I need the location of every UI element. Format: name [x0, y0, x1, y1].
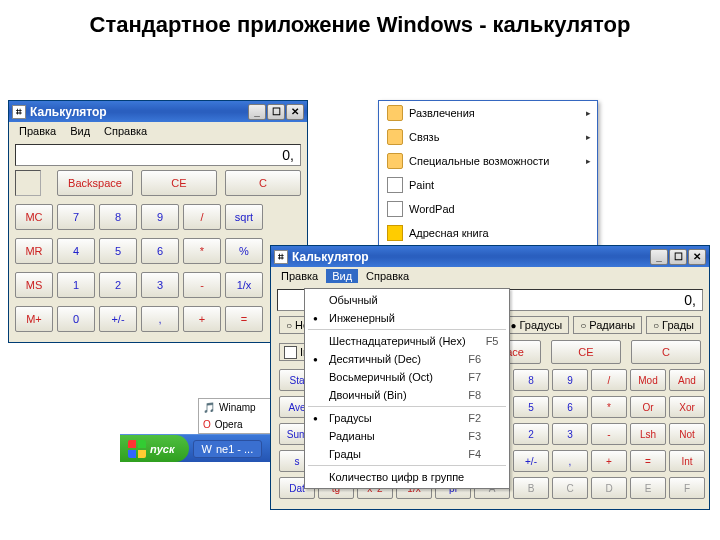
digit-8-button[interactable]: 8: [99, 204, 137, 230]
acc-item-paint[interactable]: Paint: [379, 173, 597, 197]
multiply-button[interactable]: *: [183, 238, 221, 264]
maximize-button[interactable]: ☐: [267, 104, 285, 120]
view-menu-item[interactable]: Количество цифр в группе: [305, 468, 509, 486]
eng--button[interactable]: *: [591, 396, 627, 418]
eng-c-button[interactable]: C: [552, 477, 588, 499]
eng-or-button[interactable]: Or: [630, 396, 666, 418]
equals-button[interactable]: =: [225, 306, 263, 332]
minus-button[interactable]: -: [183, 272, 221, 298]
ce-button[interactable]: CE: [551, 340, 621, 364]
window-title: Калькулятор: [30, 105, 247, 119]
ce-button[interactable]: CE: [141, 170, 217, 196]
acc-item-communications[interactable]: Связь▸: [379, 125, 597, 149]
acc-item-addressbook[interactable]: Адресная книга: [379, 221, 597, 245]
digit-3-button[interactable]: 3: [141, 272, 179, 298]
digit-2-button[interactable]: 2: [99, 272, 137, 298]
eng-8-button[interactable]: 8: [513, 369, 549, 391]
eng--button[interactable]: +/-: [513, 450, 549, 472]
acc-item-label: Развлечения: [409, 107, 475, 119]
eng--button[interactable]: /: [591, 369, 627, 391]
eng-d-button[interactable]: D: [591, 477, 627, 499]
digit-9-button[interactable]: 9: [141, 204, 179, 230]
menu-view[interactable]: Вид: [64, 124, 96, 138]
titlebar[interactable]: ⌗ Калькулятор _ ☐ ✕: [271, 246, 709, 267]
close-button[interactable]: ✕: [688, 249, 706, 265]
sqrt-button[interactable]: sqrt: [225, 204, 263, 230]
c-button[interactable]: C: [631, 340, 701, 364]
view-menu-item[interactable]: ГрадыF4: [305, 445, 509, 463]
calc-display: 0,: [15, 144, 301, 166]
minimize-button[interactable]: _: [248, 104, 266, 120]
radio-radians[interactable]: Радианы: [573, 316, 642, 334]
acc-item-wordpad[interactable]: WordPad: [379, 197, 597, 221]
maximize-button[interactable]: ☐: [669, 249, 687, 265]
eng-e-button[interactable]: E: [630, 477, 666, 499]
mr-button[interactable]: MR: [15, 238, 53, 264]
eng-int-button[interactable]: Int: [669, 450, 705, 472]
menu-view[interactable]: Вид: [326, 269, 358, 283]
view-menu-item[interactable]: Шестнадцатеричный (Hex)F5: [305, 332, 509, 350]
menu-help[interactable]: Справка: [98, 124, 153, 138]
digit-7-button[interactable]: 7: [57, 204, 95, 230]
reciprocal-button[interactable]: 1/x: [225, 272, 263, 298]
plus-button[interactable]: +: [183, 306, 221, 332]
quick-opera[interactable]: OOpera: [199, 416, 277, 433]
radio-grads[interactable]: Грады: [646, 316, 701, 334]
taskbar-item[interactable]: Wne1 - ...: [193, 440, 263, 458]
eng-6-button[interactable]: 6: [552, 396, 588, 418]
ms-button[interactable]: MS: [15, 272, 53, 298]
taskbar: пуск Wne1 - ...: [120, 434, 280, 462]
digit-0-button[interactable]: 0: [57, 306, 95, 332]
acc-item-label: Paint: [409, 179, 434, 191]
digit-4-button[interactable]: 4: [57, 238, 95, 264]
c-button[interactable]: C: [225, 170, 301, 196]
start-button[interactable]: пуск: [120, 435, 189, 462]
acc-item-accessibility[interactable]: Специальные возможности▸: [379, 149, 597, 173]
view-menu-item[interactable]: Десятичный (Dec)F6: [305, 350, 509, 368]
eng-9-button[interactable]: 9: [552, 369, 588, 391]
mc-button[interactable]: MC: [15, 204, 53, 230]
mplus-button[interactable]: M+: [15, 306, 53, 332]
decimal-button[interactable]: ,: [141, 306, 179, 332]
eng-lsh-button[interactable]: Lsh: [630, 423, 666, 445]
eng--button[interactable]: +: [591, 450, 627, 472]
minimize-button[interactable]: _: [650, 249, 668, 265]
eng--button[interactable]: =: [630, 450, 666, 472]
eng-f-button[interactable]: F: [669, 477, 705, 499]
eng-3-button[interactable]: 3: [552, 423, 588, 445]
view-menu-item[interactable]: Восьмеричный (Oct)F7: [305, 368, 509, 386]
menu-edit[interactable]: Правка: [275, 269, 324, 283]
view-menu-item[interactable]: Обычный: [305, 291, 509, 309]
divide-button[interactable]: /: [183, 204, 221, 230]
eng-not-button[interactable]: Not: [669, 423, 705, 445]
backspace-button[interactable]: Backspace: [57, 170, 133, 196]
view-menu-item[interactable]: Двоичный (Bin)F8: [305, 386, 509, 404]
eng-mod-button[interactable]: Mod: [630, 369, 666, 391]
eng-2-button[interactable]: 2: [513, 423, 549, 445]
digit-5-button[interactable]: 5: [99, 238, 137, 264]
winamp-icon: 🎵: [203, 402, 215, 413]
calc-standard-window: ⌗ Калькулятор _ ☐ ✕ Правка Вид Справка 0…: [8, 100, 308, 343]
eng-xor-button[interactable]: Xor: [669, 396, 705, 418]
close-button[interactable]: ✕: [286, 104, 304, 120]
menu-separator: [308, 465, 506, 466]
memory-indicator: [15, 170, 41, 196]
eng-b-button[interactable]: B: [513, 477, 549, 499]
eng--button[interactable]: -: [591, 423, 627, 445]
eng--button[interactable]: ,: [552, 450, 588, 472]
digit-1-button[interactable]: 1: [57, 272, 95, 298]
view-menu-item[interactable]: ГрадусыF2: [305, 409, 509, 427]
menu-help[interactable]: Справка: [360, 269, 415, 283]
radio-degrees[interactable]: Градусы: [503, 316, 569, 334]
titlebar[interactable]: ⌗ Калькулятор _ ☐ ✕: [9, 101, 307, 122]
eng-and-button[interactable]: And: [669, 369, 705, 391]
quick-winamp[interactable]: 🎵Winamp: [199, 399, 277, 416]
negate-button[interactable]: +/-: [99, 306, 137, 332]
eng-5-button[interactable]: 5: [513, 396, 549, 418]
percent-button[interactable]: %: [225, 238, 263, 264]
acc-item-entertainment[interactable]: Развлечения▸: [379, 101, 597, 125]
view-menu-item[interactable]: РадианыF3: [305, 427, 509, 445]
view-menu-item[interactable]: Инженерный: [305, 309, 509, 327]
digit-6-button[interactable]: 6: [141, 238, 179, 264]
menu-edit[interactable]: Правка: [13, 124, 62, 138]
